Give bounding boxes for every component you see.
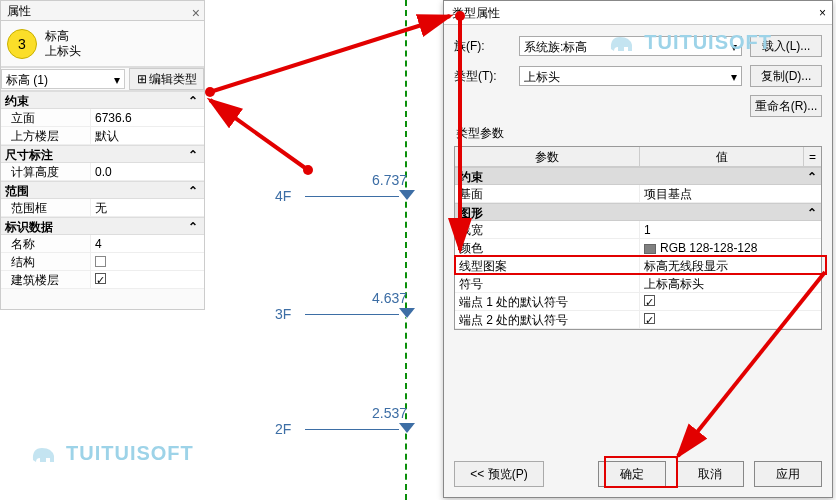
table-row: 建筑楼层 — [1, 271, 204, 289]
panel-title: 属性 — [7, 4, 31, 18]
level-name: 4F — [275, 188, 305, 204]
group-dimensions[interactable]: 尺寸标注 ⌃ — [1, 145, 204, 163]
row-value[interactable]: 0.0 — [91, 163, 204, 181]
table-header: 参数 值 = — [455, 147, 821, 167]
elephant-icon — [30, 440, 60, 466]
ok-button[interactable]: 确定 — [598, 461, 666, 487]
collapse-icon: ⌃ — [188, 146, 198, 162]
checkbox-checked-icon[interactable] — [644, 313, 655, 324]
level-marker[interactable]: 2.537 2F — [275, 405, 415, 437]
param-label: 端点 1 处的默认符号 — [455, 293, 640, 310]
level-marker[interactable]: 6.737 4F — [275, 172, 415, 204]
dialog-title-bar[interactable]: 类型属性 × — [444, 1, 832, 25]
type-selector-row: 标高 (1) ▾ ⊞ 编辑类型 — [1, 67, 204, 91]
field-label: 族(F): — [454, 38, 519, 55]
group-constraint[interactable]: 约束 ⌃ — [1, 91, 204, 109]
group-label: 图形 — [459, 204, 483, 220]
row-value[interactable]: 6736.6 — [91, 109, 204, 127]
chevron-down-icon: ▾ — [114, 70, 120, 88]
level-elev: 4.637 — [372, 290, 415, 306]
level-name: 2F — [275, 421, 305, 437]
param-value[interactable] — [640, 311, 821, 328]
group-extent[interactable]: 范围 ⌃ — [1, 181, 204, 199]
param-value[interactable]: 上标高标头 — [640, 275, 821, 292]
preview-button[interactable]: << 预览(P) — [454, 461, 544, 487]
edit-type-button[interactable]: ⊞ 编辑类型 — [129, 68, 204, 90]
header-param: 参数 — [455, 147, 640, 166]
row-value[interactable]: 默认 — [91, 127, 204, 145]
param-value[interactable]: 项目基点 — [640, 185, 821, 202]
level-line — [305, 429, 399, 430]
type-display: 3 标高 上标头 — [1, 21, 204, 67]
color-swatch-icon — [644, 244, 656, 254]
checkbox-checked-icon[interactable] — [95, 273, 106, 284]
collapse-icon: ⌃ — [807, 168, 817, 184]
row-label: 名称 — [1, 235, 91, 253]
close-icon[interactable]: × — [819, 1, 826, 24]
type-dropdown[interactable]: 标高 (1) ▾ — [1, 69, 125, 89]
group-label: 尺寸标注 — [5, 146, 53, 162]
copy-button[interactable]: 复制(D)... — [750, 65, 822, 87]
close-icon[interactable]: × — [192, 3, 200, 23]
field-label: 类型(T): — [454, 68, 519, 85]
table-row: 立面 6736.6 — [1, 109, 204, 127]
table-row: 线宽 1 — [455, 221, 821, 239]
type-row: 类型(T): 上标头▾ 复制(D)... — [454, 65, 822, 87]
row-value[interactable] — [91, 253, 204, 271]
table-row: 上方楼层 默认 — [1, 127, 204, 145]
color-text: RGB 128-128-128 — [660, 241, 757, 255]
watermark: TUITUISOFT — [608, 29, 772, 55]
grid-icon: ⊞ — [137, 69, 147, 89]
properties-panel: 属性 × 3 标高 上标头 标高 (1) ▾ ⊞ 编辑类型 约束 ⌃ 立面 67… — [0, 0, 205, 310]
dropdown-value: 上标头 — [524, 67, 560, 85]
header-value: 值 — [640, 147, 803, 166]
group-identity[interactable]: 标识数据 ⌃ — [1, 217, 204, 235]
level-line — [305, 196, 399, 197]
parameter-table: 参数 值 = 约束 ⌃ 基面 项目基点 图形 ⌃ 线宽 1 颜色 R — [454, 146, 822, 330]
row-value[interactable] — [91, 271, 204, 289]
dialog-footer: << 预览(P) 确定 取消 应用 — [454, 461, 822, 487]
rename-button[interactable]: 重命名(R)... — [750, 95, 822, 117]
step-badge: 3 — [7, 29, 37, 59]
param-value[interactable]: 1 — [640, 221, 821, 238]
collapse-icon: ⌃ — [807, 204, 817, 220]
param-label: 线型图案 — [455, 257, 640, 274]
param-label: 颜色 — [455, 239, 640, 256]
table-row: 符号 上标高标头 — [455, 275, 821, 293]
type-text: 标高 上标头 — [45, 29, 81, 59]
watermark-text: TUITUISOFT — [66, 442, 194, 465]
group-label: 标识数据 — [5, 218, 53, 234]
level-name: 3F — [275, 306, 305, 322]
dialog-body: 族(F): 系统族:标高▾ 载入(L)... 类型(T): 上标头▾ 复制(D)… — [444, 25, 832, 338]
row-label: 上方楼层 — [1, 127, 91, 145]
type-line1: 标高 — [45, 29, 81, 44]
group-label: 约束 — [459, 168, 483, 184]
level-elev: 2.537 — [372, 405, 415, 421]
panel-header: 属性 × — [1, 1, 204, 21]
table-row: 端点 2 处的默认符号 — [455, 311, 821, 329]
row-value[interactable]: 4 — [91, 235, 204, 253]
chevron-down-icon: ▾ — [731, 67, 737, 85]
section-label: 类型参数 — [456, 125, 822, 142]
param-value[interactable] — [640, 293, 821, 310]
group-label: 约束 — [5, 92, 29, 108]
level-marker[interactable]: 4.637 3F — [275, 290, 415, 322]
watermark: TUITUISOFT — [30, 440, 194, 466]
param-value[interactable]: RGB 128-128-128 — [640, 239, 821, 256]
table-row: 颜色 RGB 128-128-128 — [455, 239, 821, 257]
triangle-icon — [399, 191, 415, 201]
table-row: 计算高度 0.0 — [1, 163, 204, 181]
row-value[interactable]: 无 — [91, 199, 204, 217]
checkbox-checked-icon[interactable] — [644, 295, 655, 306]
type-dropdown[interactable]: 上标头▾ — [519, 66, 742, 86]
group-graphic[interactable]: 图形 ⌃ — [455, 203, 821, 221]
checkbox-icon[interactable] — [95, 256, 106, 267]
param-value[interactable]: 标高无线段显示 — [640, 257, 821, 274]
apply-button[interactable]: 应用 — [754, 461, 822, 487]
header-eq: = — [803, 147, 821, 166]
param-label: 基面 — [455, 185, 640, 202]
group-constraint[interactable]: 约束 ⌃ — [455, 167, 821, 185]
row-label: 计算高度 — [1, 163, 91, 181]
param-label: 线宽 — [455, 221, 640, 238]
cancel-button[interactable]: 取消 — [676, 461, 744, 487]
